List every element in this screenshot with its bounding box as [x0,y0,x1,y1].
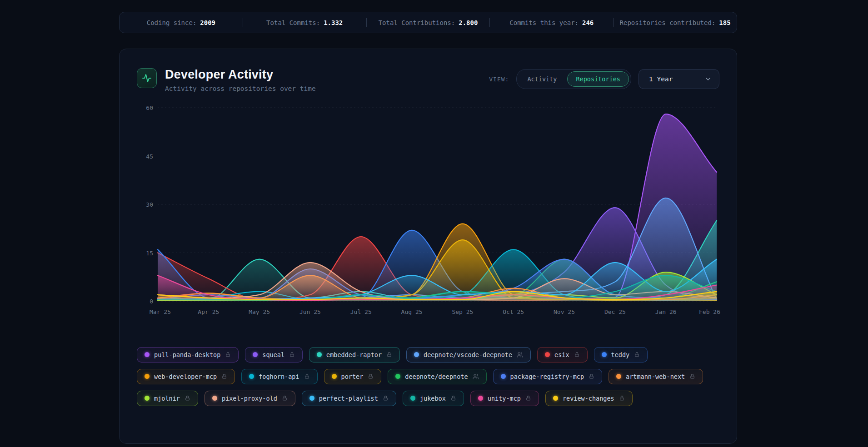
lock-icon [368,373,374,379]
repo-name: pixel-proxy-old [222,395,277,402]
repo-color-dot [616,374,621,379]
lock-icon [383,395,389,401]
y-axis-tick: 0 [150,298,153,305]
repo-name: foghorn-api [259,373,299,380]
stat-value: 185 [719,19,730,26]
card-header: Developer Activity Activity across repos… [137,68,719,92]
legend-chip-foghorn-api[interactable]: foghorn-api [241,369,317,384]
legend-chip-porter[interactable]: porter [324,369,382,384]
toggle-repositories-button[interactable]: Repositories [567,71,629,87]
legend-chip-artmann-web-next[interactable]: artmann-web-next [609,369,703,384]
legend-chip-esix[interactable]: esix [537,347,588,363]
stat-value: 246 [582,19,594,26]
repo-color-dot [602,352,607,357]
lock-icon [282,395,288,401]
y-axis-tick: 45 [146,153,153,159]
repo-name: package-registry-mcp [510,373,584,380]
repo-name: embedded-raptor [326,351,382,358]
activity-chart[interactable]: 015304560Mar 25Apr 25May 25Jun 25Jul 25A… [137,99,719,318]
repo-color-dot [478,396,483,401]
repository-legend: pull-panda-desktopsquealembedded-raptord… [137,347,719,406]
legend-divider [137,335,719,335]
time-range-value: 1 Year [649,75,673,83]
y-axis-tick: 30 [146,201,153,208]
x-axis-tick: May 25 [249,308,270,315]
view-label: VIEW: [489,76,509,83]
repo-color-dot [212,396,217,401]
repo-color-dot [501,374,506,379]
toggle-activity-button[interactable]: Activity [519,71,565,87]
legend-chip-web-developer-mcp[interactable]: web-developer-mcp [137,369,235,384]
lock-icon [574,352,580,358]
repo-name: teddy [611,351,630,358]
stat-item: Total Contributions: 2.800 [367,19,490,26]
legend-chip-jukebox[interactable]: jukebox [403,391,464,406]
lock-icon [386,352,392,358]
lock-icon [221,373,227,379]
stat-value: 2009 [200,19,215,26]
repo-name: porter [341,373,364,380]
repo-name: web-developer-mcp [154,373,217,380]
stat-value: 2.800 [459,19,478,26]
lock-icon [225,352,231,358]
stat-item: Coding since: 2009 [120,19,243,26]
repo-name: jukebox [420,395,446,402]
x-axis-tick: Jul 25 [350,308,372,315]
stat-label: Coding since: [147,19,197,26]
stat-label: Repositories contributed: [620,19,716,26]
lock-icon [619,395,625,401]
lock-icon [634,352,640,358]
page-title: Developer Activity [165,68,316,82]
repo-color-dot [145,396,150,401]
repo-color-dot [410,396,415,401]
legend-chip-teddy[interactable]: teddy [594,347,648,363]
legend-chip-mjolnir[interactable]: mjolnir [137,391,198,406]
repo-name: mjolnir [154,395,180,402]
legend-chip-embedded-raptor[interactable]: embedded-raptor [309,347,400,363]
x-axis-tick: Nov 25 [554,308,575,315]
view-toggle-group: Activity Repositories [516,69,631,89]
lock-icon [185,395,190,401]
x-axis-tick: Dec 25 [604,308,626,315]
x-axis-tick: Jun 25 [299,308,321,315]
x-axis-tick: Feb 26 [699,308,720,315]
lock-icon [589,373,594,379]
x-axis-tick: Jan 26 [655,308,677,315]
legend-chip-deepnote-deepnote[interactable]: deepnote/deepnote [388,369,486,384]
repo-name: deepnote/vscode-deepnote [424,351,512,358]
y-axis-tick: 15 [146,249,153,256]
stat-item: Total Commits: 1.332 [243,19,366,26]
legend-chip-pull-panda-desktop[interactable]: pull-panda-desktop [137,347,239,363]
repo-color-dot [553,396,558,401]
legend-chip-unity-mcp[interactable]: unity-mcp [470,391,539,406]
lock-icon [689,373,695,379]
repo-name: unity-mcp [488,395,521,402]
legend-chip-package-registry-mcp[interactable]: package-registry-mcp [493,369,603,384]
repo-color-dot [317,352,322,357]
repo-color-dot [249,374,254,379]
legend-chip-squeal[interactable]: squeal [245,347,303,363]
repo-color-dot [309,396,314,401]
legend-chip-deepnote-vscode-deepnote[interactable]: deepnote/vscode-deepnote [406,347,531,363]
legend-chip-perfect-playlist[interactable]: perfect-playlist [302,391,396,406]
legend-chip-pixel-proxy-old[interactable]: pixel-proxy-old [205,391,295,406]
legend-chip-review-changes[interactable]: review-changes [545,391,633,406]
repo-name: esix [554,351,569,358]
x-axis-tick: Apr 25 [198,308,219,315]
repo-color-dot [253,352,258,357]
x-axis-tick: Mar 25 [150,308,171,315]
x-axis-tick: Oct 25 [503,308,524,315]
page-subtitle: Activity across repositories over time [165,85,316,92]
repo-name: review-changes [563,395,614,402]
activity-pulse-icon [137,68,157,88]
repo-color-dot [332,374,337,379]
developer-activity-card: Developer Activity Activity across repos… [119,49,737,444]
repo-name: squeal [262,351,284,358]
repo-color-dot [545,352,550,357]
time-range-dropdown[interactable]: 1 Year [639,69,719,89]
people-icon [473,373,479,380]
repo-name: artmann-web-next [626,373,685,380]
repo-name: perfect-playlist [319,395,378,402]
repo-color-dot [145,352,150,357]
y-axis-tick: 60 [146,104,153,111]
